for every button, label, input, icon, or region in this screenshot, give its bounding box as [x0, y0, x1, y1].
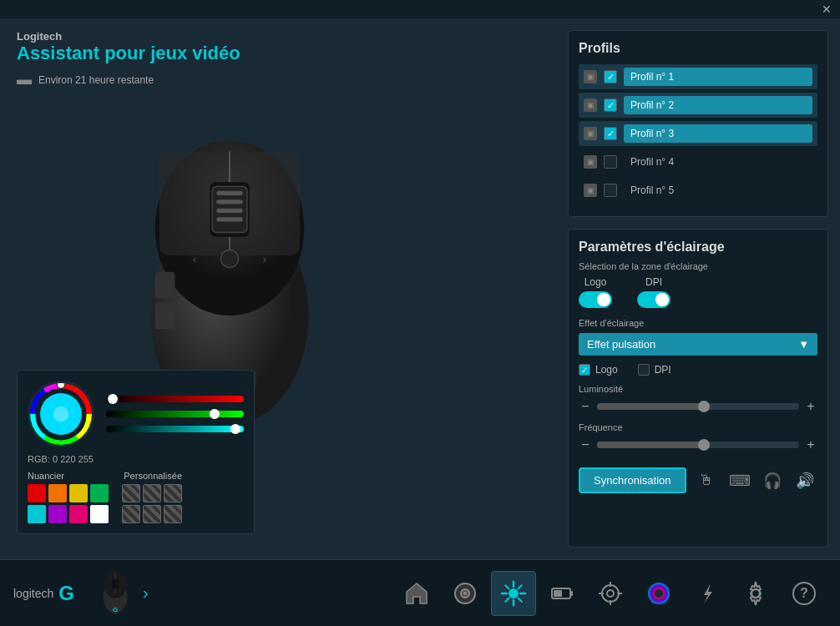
- swatch-cyan[interactable]: [28, 505, 46, 523]
- frequence-control: − +: [579, 437, 817, 452]
- main-area: Logitech Assistant pour jeux vidéo ▬ Env…: [0, 18, 840, 559]
- speaker-icon[interactable]: 🔊: [793, 468, 817, 493]
- svg-point-34: [463, 592, 467, 595]
- toggle-logo[interactable]: [579, 291, 612, 308]
- profile-row-4[interactable]: ▣ Profil n° 4: [579, 149, 817, 174]
- svg-rect-8: [216, 199, 243, 204]
- app-brand: Logitech: [17, 30, 539, 43]
- nav-icon-settings[interactable]: [733, 571, 778, 616]
- svg-point-20: [221, 250, 239, 268]
- toggle-dpi[interactable]: [637, 291, 670, 308]
- nuancier-label: Nuancier: [28, 471, 64, 481]
- profile-label-4: Profil n° 4: [624, 153, 812, 171]
- custom-swatch-4[interactable]: [122, 505, 140, 523]
- profile-btn-3[interactable]: Profil n° 3: [624, 124, 812, 143]
- checkbox-dpi-label: DPI: [655, 364, 671, 376]
- headset-icon[interactable]: 🎧: [760, 468, 784, 493]
- profile-checkbox-2[interactable]: ✓: [604, 98, 617, 112]
- battery-text: Environ 21 heure restante: [38, 74, 154, 86]
- nav-icon-dpi[interactable]: [588, 571, 633, 616]
- checkbox-logo-item: ✓ Logo: [579, 364, 618, 376]
- profile-row-1[interactable]: ▣ ✓ Profil n° 1: [579, 64, 817, 89]
- custom-swatch-1[interactable]: [122, 484, 140, 502]
- nav-icon-lighting[interactable]: [491, 571, 536, 616]
- svg-rect-45: [554, 590, 562, 597]
- frequence-label: Fréquence: [579, 422, 817, 432]
- profile-checkbox-3[interactable]: ✓: [604, 127, 617, 140]
- custom-swatches: [122, 484, 182, 523]
- swatch-green[interactable]: [90, 484, 109, 502]
- profile-row-3[interactable]: ▣ ✓ Profil n° 3: [579, 121, 817, 146]
- svg-line-42: [519, 585, 522, 588]
- nav-icon-macro[interactable]: [685, 571, 730, 616]
- device-thumbnail: G: [94, 573, 136, 614]
- svg-rect-10: [216, 217, 243, 221]
- custom-swatch-2[interactable]: [143, 484, 161, 502]
- keyboard-icon[interactable]: ⌨: [727, 468, 751, 493]
- checkbox-dpi[interactable]: [638, 364, 650, 376]
- luminosite-minus[interactable]: −: [579, 399, 592, 414]
- logo-text: logitech: [13, 587, 53, 600]
- profile-row-5[interactable]: ▣ Profil n° 5: [579, 178, 817, 203]
- svg-point-35: [509, 588, 519, 598]
- nav-icon-performance[interactable]: [636, 571, 681, 616]
- effect-row: Effet d'éclairage Effet pulsation ▼: [579, 318, 817, 356]
- red-slider[interactable]: [106, 396, 244, 402]
- close-button[interactable]: ✕: [818, 3, 835, 16]
- frequence-minus[interactable]: −: [579, 437, 592, 452]
- svg-line-41: [519, 598, 522, 601]
- custom-swatch-5[interactable]: [143, 505, 161, 523]
- luminosite-track[interactable]: [597, 403, 799, 410]
- color-sliders: [106, 396, 244, 432]
- swatch-yellow[interactable]: [69, 484, 88, 502]
- profile-checkbox-1[interactable]: ✓: [604, 70, 617, 83]
- profile-btn-1[interactable]: Profil n° 1: [624, 68, 812, 86]
- luminosite-control: − +: [579, 399, 817, 414]
- zone-logo-label: Logo: [584, 276, 607, 288]
- profile-checkbox-4[interactable]: [604, 155, 617, 169]
- frequence-plus[interactable]: +: [804, 437, 817, 452]
- zone-dpi-label: DPI: [645, 276, 662, 288]
- effect-dropdown[interactable]: Effet pulsation ▼: [579, 333, 817, 356]
- profile-icon-2: ▣: [584, 98, 597, 112]
- nav-icon-help[interactable]: ?: [782, 571, 827, 616]
- checkbox-logo[interactable]: ✓: [579, 364, 590, 376]
- profiles-box: Profils ▣ ✓ Profil n° 1 ▣ ✓ Profil n° 2 …: [568, 30, 828, 217]
- green-slider[interactable]: [106, 411, 244, 417]
- svg-rect-12: [155, 303, 175, 330]
- profile-btn-2[interactable]: Profil n° 2: [624, 96, 812, 114]
- titlebar: ✕: [0, 0, 840, 18]
- swatch-red[interactable]: [28, 484, 46, 502]
- profile-icon-4: ▣: [584, 155, 597, 169]
- frequence-row: Fréquence − +: [579, 422, 817, 452]
- profiles-title: Profils: [579, 41, 817, 56]
- custom-swatch-6[interactable]: [164, 505, 182, 523]
- nav-icon-battery[interactable]: [539, 571, 584, 616]
- swatch-purple[interactable]: [48, 505, 67, 523]
- frequence-track[interactable]: [597, 442, 799, 448]
- svg-text:›: ›: [263, 253, 266, 265]
- blue-slider[interactable]: [106, 426, 244, 432]
- luminosite-plus[interactable]: +: [804, 399, 817, 414]
- device-mouse-svg: G: [99, 570, 132, 617]
- swatch-white[interactable]: [90, 505, 109, 523]
- sync-button[interactable]: Synchronisation: [579, 467, 686, 493]
- color-wheel[interactable]: [28, 381, 94, 447]
- nav-next-arrow[interactable]: ›: [143, 583, 149, 603]
- mouse-icon[interactable]: 🖱: [695, 468, 719, 493]
- swatch-orange[interactable]: [48, 484, 67, 502]
- luminosite-row: Luminosité − +: [579, 384, 817, 414]
- svg-rect-46: [570, 591, 573, 596]
- bottom-bar: logitech G G ›: [0, 559, 840, 626]
- profile-row-2[interactable]: ▣ ✓ Profil n° 2: [579, 93, 817, 118]
- profile-checkbox-5[interactable]: [604, 184, 617, 197]
- nav-icon-profile[interactable]: [443, 571, 488, 616]
- nav-icon-home[interactable]: [394, 571, 439, 616]
- custom-swatch-3[interactable]: [164, 484, 182, 502]
- profile-label-5: Profil n° 5: [624, 181, 812, 199]
- svg-text:?: ?: [800, 586, 808, 600]
- swatch-pink[interactable]: [69, 505, 88, 523]
- svg-rect-30: [112, 579, 119, 588]
- svg-line-40: [505, 585, 509, 588]
- logo-g-icon: G: [58, 582, 74, 605]
